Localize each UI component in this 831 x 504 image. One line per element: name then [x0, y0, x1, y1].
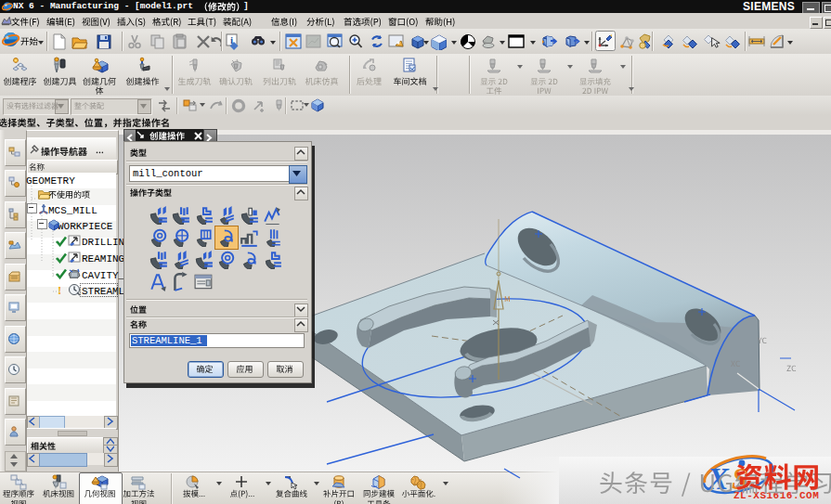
svg-text:X: X [707, 461, 730, 496]
svg-text:!: ! [58, 283, 61, 296]
